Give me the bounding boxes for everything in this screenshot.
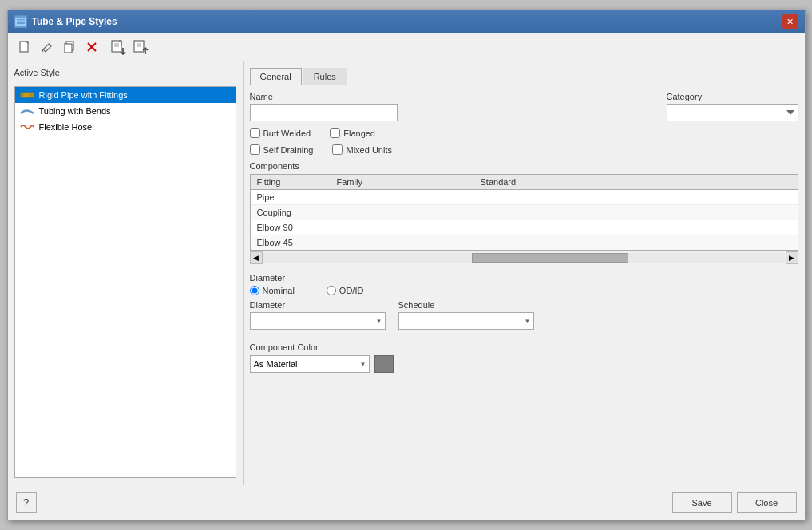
table-row[interactable]: Coupling	[251, 205, 798, 220]
component-color-label: Component Color	[250, 342, 798, 352]
toolbar	[8, 33, 805, 61]
fitting-cell: Elbow 45	[251, 235, 331, 251]
scroll-left-button[interactable]: ◀	[250, 251, 263, 264]
mixed-units-checkbox[interactable]	[332, 144, 343, 155]
schedule-group: Schedule ▼	[398, 300, 534, 330]
diameter-field-group: Diameter ▼	[250, 300, 386, 330]
flanged-label: Flanged	[343, 129, 375, 138]
scroll-thumb[interactable]	[472, 253, 628, 263]
delete-style-button[interactable]	[81, 37, 102, 57]
name-category-row: Name Category	[250, 92, 798, 121]
table-row[interactable]: Elbow 45	[251, 235, 798, 251]
odid-radio[interactable]	[327, 286, 336, 295]
import-button[interactable]	[109, 37, 129, 57]
export-button[interactable]	[131, 37, 152, 57]
flanged-item: Flanged	[330, 128, 375, 138]
name-input[interactable]	[250, 104, 398, 121]
self-draining-item: Self Draining	[250, 144, 314, 155]
style-item-label: Flexible Hose	[39, 122, 93, 132]
family-cell	[331, 205, 474, 220]
tab-general[interactable]: General	[250, 68, 302, 85]
diameter-inputs: Diameter ▼ Schedule	[250, 300, 798, 330]
butt-welded-item: Butt Welded	[250, 128, 311, 138]
style-list[interactable]: Rigid Pipe with Fittings Tubing with Ben…	[14, 86, 236, 478]
standard-cell	[474, 190, 798, 205]
tubing-icon	[20, 105, 34, 117]
svg-rect-8	[65, 44, 72, 53]
close-button[interactable]: Close	[737, 492, 797, 513]
scroll-right-button[interactable]: ▶	[786, 251, 798, 264]
style-item-label: Rigid Pipe with Fittings	[39, 90, 128, 100]
odid-label: OD/ID	[339, 286, 364, 295]
name-label: Name	[250, 92, 654, 101]
table-row[interactable]: Elbow 90	[251, 220, 798, 235]
title-bar: Tube & Pipe Styles ✕	[8, 10, 805, 33]
mixed-units-item: Mixed Units	[332, 144, 391, 155]
table-row[interactable]: Pipe	[251, 190, 798, 205]
horizontal-scrollbar[interactable]: ◀ ▶	[250, 251, 798, 263]
fitting-cell: Elbow 90	[251, 220, 331, 235]
window-icon	[14, 15, 27, 28]
col-header-fitting: Fitting	[251, 175, 331, 190]
footer: ? Save Close	[8, 485, 805, 520]
standard-cell	[474, 235, 798, 251]
butt-welded-label: Butt Welded	[263, 129, 311, 138]
components-section: Components Fitting Family Standard	[250, 161, 798, 263]
components-label: Components	[250, 161, 798, 171]
color-select-wrap: As Material	[250, 355, 370, 373]
diameter-section: Diameter Nominal OD/ID Diamete	[250, 273, 798, 330]
component-color-section: Component Color As Material	[250, 342, 798, 373]
tab-rules[interactable]: Rules	[303, 68, 347, 85]
edit-style-button[interactable]	[37, 37, 57, 57]
style-item-tubing[interactable]: Tubing with Bends	[15, 103, 236, 119]
family-cell	[331, 190, 474, 205]
category-select[interactable]	[667, 104, 798, 121]
self-draining-checkbox[interactable]	[250, 144, 260, 155]
window-title: Tube & Pipe Styles	[32, 16, 117, 27]
title-bar-left: Tube & Pipe Styles	[14, 15, 117, 28]
scroll-track[interactable]	[263, 253, 785, 263]
left-panel: Active Style Rigid Pipe with Fittings	[8, 61, 244, 485]
save-button[interactable]: Save	[672, 492, 732, 513]
color-select[interactable]: As Material	[250, 355, 370, 373]
main-window: Tube & Pipe Styles ✕	[7, 10, 806, 520]
new-style-button[interactable]	[14, 37, 35, 57]
nominal-label: Nominal	[263, 286, 295, 295]
diameter-header: Diameter	[250, 273, 798, 283]
standard-cell	[474, 220, 798, 235]
close-window-button[interactable]: ✕	[782, 14, 798, 29]
rigid-pipe-icon	[20, 89, 34, 101]
flexible-hose-icon	[20, 121, 34, 132]
svg-rect-0	[16, 18, 26, 25]
checkbox-row-1: Butt Welded Flanged	[250, 128, 798, 138]
col-header-standard: Standard	[474, 175, 798, 190]
family-cell	[331, 235, 474, 251]
color-swatch[interactable]	[374, 355, 394, 373]
help-button[interactable]: ?	[16, 492, 37, 513]
self-draining-label: Self Draining	[263, 145, 314, 155]
right-panel: General Rules Name Category	[244, 61, 805, 485]
nominal-radio[interactable]	[250, 286, 259, 295]
checkbox-row-2: Self Draining Mixed Units	[250, 144, 798, 155]
svg-line-6	[42, 49, 43, 52]
style-item-flexible-hose[interactable]: Flexible Hose	[15, 119, 236, 135]
schedule-select[interactable]	[398, 312, 534, 330]
style-item-label: Tubing with Bends	[39, 106, 111, 116]
diameter-radio-row: Nominal OD/ID	[250, 286, 798, 295]
copy-style-button[interactable]	[59, 37, 80, 57]
general-form: Name Category	[250, 92, 798, 373]
color-row: As Material	[250, 355, 798, 373]
butt-welded-checkbox[interactable]	[250, 128, 260, 138]
col-header-family: Family	[331, 175, 474, 190]
diameter-select[interactable]	[250, 312, 386, 330]
odid-radio-item: OD/ID	[327, 286, 364, 295]
mixed-units-label: Mixed Units	[346, 145, 391, 155]
fitting-cell: Coupling	[251, 205, 331, 220]
active-style-label: Active Style	[14, 68, 236, 77]
flanged-checkbox[interactable]	[330, 128, 340, 138]
tab-bar: General Rules	[250, 68, 798, 85]
category-group: Category	[667, 92, 798, 121]
style-item-rigid-pipe[interactable]: Rigid Pipe with Fittings	[15, 87, 236, 103]
style-separator	[14, 81, 236, 81]
svg-line-5	[49, 44, 51, 46]
